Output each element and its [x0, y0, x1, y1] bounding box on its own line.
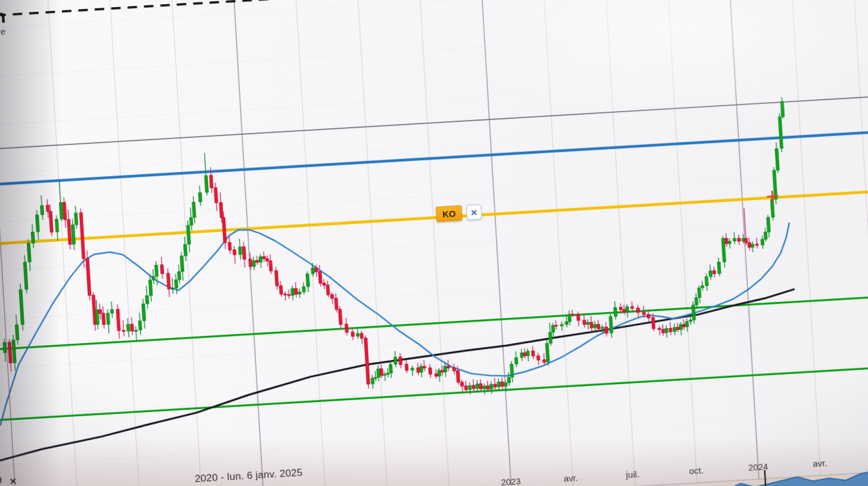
grid-quarter-line: [787, 0, 824, 486]
candle-body: [438, 370, 441, 376]
candle-body: [291, 289, 294, 295]
indicator-chip[interactable]: 0✕: [0, 474, 17, 486]
ma-fast-blue[interactable]: [0, 197, 798, 425]
ma-slow-black[interactable]: [0, 289, 801, 462]
candle-body: [334, 298, 338, 309]
candle-body: [761, 239, 764, 245]
candle-body: [339, 309, 342, 325]
candle-body: [767, 217, 770, 232]
candle-body: [356, 334, 359, 337]
candle-body: [507, 377, 510, 382]
candle-body: [345, 324, 349, 332]
candle-body: [377, 369, 380, 377]
candle-body: [435, 373, 438, 376]
candle-body: [751, 244, 754, 247]
dashed-resistance-line: [0, 0, 868, 20]
candle-body: [31, 232, 35, 243]
close-icon[interactable]: ✕: [9, 476, 17, 486]
screen-photo: m adaire KO ✕ 2023avr.juil.oct.2024avr. …: [0, 0, 868, 486]
candle-body: [63, 202, 67, 220]
candle-wick: [544, 354, 544, 366]
candle-body: [12, 340, 16, 363]
candle-body: [460, 382, 463, 386]
candle-wick: [659, 326, 660, 335]
candle-body: [637, 308, 640, 313]
candle-body: [737, 238, 740, 242]
candle-wick: [484, 384, 485, 394]
candle-body: [323, 283, 326, 285]
candle-body: [394, 357, 398, 364]
candle-body: [613, 307, 617, 316]
navigator-strip[interactable]: [0, 459, 868, 486]
candle-body: [280, 285, 283, 294]
candle-body: [545, 344, 550, 363]
candle-body: [142, 304, 146, 320]
candle-body: [166, 273, 170, 289]
candle-body: [695, 298, 698, 305]
candles-series[interactable]: [0, 97, 800, 423]
grid-quarter-line: [602, 0, 639, 486]
candle-body: [411, 368, 414, 370]
candle-body: [709, 271, 712, 277]
candle-body: [780, 101, 784, 117]
grid-h-line: [0, 21, 868, 81]
candle-body: [420, 366, 423, 372]
candle-body: [501, 382, 504, 387]
candle-body: [683, 324, 686, 327]
candle-body: [383, 374, 386, 375]
candle-body: [779, 117, 783, 148]
candle-body: [199, 192, 202, 202]
candle-body: [748, 242, 751, 247]
candle-body: [148, 280, 152, 295]
symbol-chip[interactable]: KO: [436, 205, 463, 222]
candle-body: [476, 384, 479, 389]
candle-body: [242, 247, 246, 259]
candle-body: [494, 384, 497, 387]
candle-body: [389, 364, 393, 373]
candle-body: [380, 369, 383, 375]
candle-body: [745, 238, 748, 243]
candle-wick: [375, 371, 376, 381]
candle-body: [652, 317, 655, 329]
candle-body: [19, 289, 24, 324]
candle-body: [647, 314, 650, 318]
candle-body: [110, 310, 113, 313]
candle-body: [259, 257, 262, 262]
candle-body: [568, 314, 571, 322]
candle-body: [49, 211, 53, 232]
candle-body: [266, 258, 269, 261]
candle-body: [330, 294, 333, 298]
candle-body: [689, 320, 692, 321]
candle-body: [537, 356, 540, 360]
candle-wick: [602, 325, 603, 334]
candle-body: [135, 330, 138, 331]
candle-body: [98, 310, 101, 314]
candle-body: [351, 332, 354, 337]
candle-body: [55, 219, 58, 232]
candle-body: [429, 367, 432, 374]
candle-body: [676, 327, 679, 330]
candle-body: [275, 270, 278, 286]
close-icon[interactable]: ✕: [466, 204, 482, 220]
candle-body: [548, 332, 552, 344]
candle-body: [180, 256, 184, 272]
candle-body: [36, 215, 40, 232]
candle-body: [542, 360, 545, 363]
candle-body: [287, 295, 290, 296]
candle-wick: [562, 322, 562, 331]
candle-body: [472, 385, 475, 389]
candlestick-chart-canvas[interactable]: [0, 0, 868, 486]
candle-body: [444, 366, 447, 372]
candle-body: [483, 386, 486, 389]
candle-body: [126, 325, 130, 331]
candle-body: [138, 321, 142, 331]
grid-quarter-line: [416, 0, 454, 486]
candle-body: [554, 325, 557, 326]
candle-body: [59, 202, 63, 219]
candle-body: [619, 307, 622, 310]
candle-body: [486, 386, 489, 390]
candle-body: [8, 342, 12, 363]
candle-body: [669, 328, 672, 332]
candle-body: [262, 257, 265, 259]
grid-quarter-line: [292, 0, 330, 486]
